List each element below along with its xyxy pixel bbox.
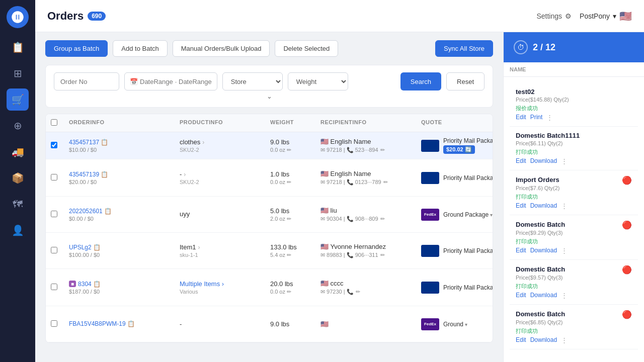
sidebar-item-packages[interactable]: 📦 <box>7 167 29 189</box>
sidebar-item-shipping[interactable]: 🚚 <box>7 141 29 163</box>
gear-icon: ⚙ <box>565 12 572 20</box>
edit-recipient-icon[interactable]: ✏ <box>380 147 385 153</box>
recipient-cell: 🇺🇸 cccc ✉ 97230 | 📞 ✏ <box>315 280 416 295</box>
edit-recipient-icon[interactable]: ✏ <box>380 252 385 258</box>
order-info-cell: 435457139 📋 $20.00 / $0 <box>64 171 175 185</box>
edit-batch-link[interactable]: Edit <box>516 247 526 254</box>
usps-carrier-icon: USPS <box>421 172 439 184</box>
more-batch-button[interactable]: ⋮ <box>561 202 568 210</box>
table-header: ORDERINFO PRODUCTINFO WEIGHT RECIPIENTIN… <box>46 114 493 132</box>
batch-price: Price($7.6) Qty(2) <box>516 185 632 191</box>
table-row: 2022052601 📋 $0.00 / $0 uyy 5.0 lbs 2.0 … <box>46 197 493 233</box>
edit-weight-icon[interactable]: ✏ <box>287 289 291 295</box>
edit-batch-link[interactable]: Edit <box>516 336 526 344</box>
edit-batch-link[interactable]: Edit <box>516 292 526 299</box>
sidebar-item-orders[interactable]: 🛒 <box>7 88 29 111</box>
order-id[interactable]: UPSLg2 📋 <box>69 244 170 251</box>
list-item[interactable]: Domestic Batch 🔴 Price($6.85) Qty(2) 打印成… <box>510 305 638 349</box>
select-all-checkbox[interactable] <box>51 119 57 126</box>
user-menu[interactable]: PostPony ▾ 🇺🇸 <box>580 10 632 22</box>
settings-button[interactable]: Settings ⚙ <box>536 12 572 20</box>
order-info-cell: 2022052601 📋 $0.00 / $0 <box>64 208 175 222</box>
more-batch-button[interactable]: ⋮ <box>561 247 568 254</box>
batch-name: Domestic Batch <box>516 265 565 273</box>
product-name[interactable]: Multiple Items › <box>180 280 224 288</box>
delete-selected-button[interactable]: Delete Selected <box>275 40 338 57</box>
edit-batch-link[interactable]: Edit <box>516 114 526 121</box>
sync-all-store-button[interactable]: Sync All Store <box>435 40 493 57</box>
reset-button[interactable]: Reset <box>446 72 485 90</box>
sidebar-item-home[interactable]: 📋 <box>7 36 29 58</box>
download-batch-link[interactable]: Download <box>530 292 557 299</box>
right-panel-header: ⏱ 2 / 12 <box>504 32 644 62</box>
list-item[interactable]: Domestic Batch1111 Price($6.11) Qty(2) 打… <box>510 127 638 170</box>
expand-icon[interactable]: › <box>184 171 186 178</box>
quote-service[interactable]: Ground ▾ <box>443 321 467 328</box>
edit-recipient-icon[interactable]: ✏ <box>356 289 360 295</box>
row-select-checkbox[interactable] <box>51 211 57 217</box>
sidebar-item-scan[interactable]: ⊞ <box>7 62 29 84</box>
list-item[interactable]: Domestic Batch 🔴 Price($9.57) Qty(3) 打印成… <box>510 260 638 305</box>
product-sku: SKU2-2 <box>180 179 260 185</box>
row-select-checkbox[interactable] <box>51 284 57 290</box>
download-batch-link[interactable]: Download <box>530 157 557 165</box>
recipient-info: ✉ 97230 | 📞 ✏ <box>320 289 411 295</box>
row-select-checkbox[interactable] <box>51 174 57 180</box>
edit-weight-icon[interactable]: ✏ <box>287 216 291 222</box>
row-select-checkbox[interactable] <box>51 247 57 253</box>
quote-service[interactable]: Ground Package ▾ <box>443 211 493 218</box>
order-id[interactable]: 435457139 📋 <box>69 171 170 178</box>
order-no-input[interactable] <box>54 72 119 90</box>
weight-select[interactable]: Weight <box>288 72 348 90</box>
edit-recipient-icon[interactable]: ✏ <box>380 216 385 222</box>
manual-orders-bulk-upload-button[interactable]: Manual Orders/Bulk Upload <box>173 40 270 57</box>
sidebar-item-map[interactable]: 🗺 <box>7 193 29 215</box>
list-item[interactable]: Domestic Batch 🔴 Price($9.29) Qty(3) 打印成… <box>510 215 638 260</box>
edit-weight-icon[interactable]: ✏ <box>287 179 291 186</box>
download-batch-link[interactable]: Download <box>530 202 557 210</box>
download-batch-link[interactable]: Download <box>530 336 557 344</box>
list-item[interactable]: test02 Price($145.88) Qty(2) 报价成功 Edit P… <box>510 83 638 127</box>
quote-service[interactable]: Priority Mail Package ▾ <box>443 137 493 144</box>
usps-carrier-icon: USPS <box>421 245 439 257</box>
row-select-checkbox[interactable] <box>51 320 57 327</box>
quote-service[interactable]: Priority Mail Package ▾ <box>443 284 493 291</box>
edit-recipient-icon[interactable]: ✏ <box>383 179 388 186</box>
batch-status: 打印成功 <box>516 148 538 156</box>
order-id[interactable]: FBA15V4B8PWM-19 📋 <box>69 320 170 327</box>
print-batch-link[interactable]: Print <box>530 114 543 121</box>
error-icon: 🔴 <box>622 175 632 185</box>
sidebar-item-target[interactable]: ⊕ <box>7 115 29 137</box>
weight-cell: 9.0 lbs <box>265 320 315 328</box>
app-logo[interactable] <box>7 6 29 28</box>
row-select-checkbox[interactable] <box>51 142 57 148</box>
more-batch-button[interactable]: ⋮ <box>561 292 568 299</box>
order-id[interactable]: 8304 📋 <box>78 281 101 288</box>
quote-service[interactable]: Priority Mail Package ▾ <box>443 174 493 182</box>
edit-batch-link[interactable]: Edit <box>516 202 526 210</box>
store-select[interactable]: Store <box>222 72 283 90</box>
recipient-name: 🇺🇸 cccc <box>320 280 411 287</box>
batch-name: test02 <box>516 88 632 96</box>
quote-service[interactable]: Priority Mail Package ▾ <box>443 247 493 254</box>
edit-weight-icon[interactable]: ✏ <box>287 252 291 258</box>
list-item[interactable]: Import Orders 🔴 Price($7.6) Qty(2) 打印成功 … <box>510 170 638 215</box>
edit-weight-icon[interactable]: ✏ <box>287 147 291 153</box>
date-range-picker[interactable]: 📅 DateRange · DateRange <box>124 72 217 90</box>
order-id[interactable]: 435457137 📋 <box>69 139 170 146</box>
expand-icon[interactable]: › <box>198 244 200 251</box>
user-name: PostPony <box>580 12 610 20</box>
group-as-batch-button[interactable]: Group as Batch <box>45 40 108 57</box>
download-batch-link[interactable]: Download <box>530 247 557 254</box>
expand-icon[interactable]: › <box>202 139 204 146</box>
sidebar-item-user[interactable]: 👤 <box>7 219 29 241</box>
search-button[interactable]: Search <box>400 72 441 90</box>
batch-price: Price($6.85) Qty(2) <box>516 319 632 325</box>
edit-batch-link[interactable]: Edit <box>516 157 526 165</box>
add-to-batch-button[interactable]: Add to Batch <box>113 40 167 57</box>
more-batch-button[interactable]: ⋮ <box>546 114 553 121</box>
order-id[interactable]: 2022052601 📋 <box>69 208 170 215</box>
filter-more-toggle[interactable]: ⌄ <box>54 90 485 100</box>
more-batch-button[interactable]: ⋮ <box>561 336 568 344</box>
more-batch-button[interactable]: ⋮ <box>561 157 568 165</box>
